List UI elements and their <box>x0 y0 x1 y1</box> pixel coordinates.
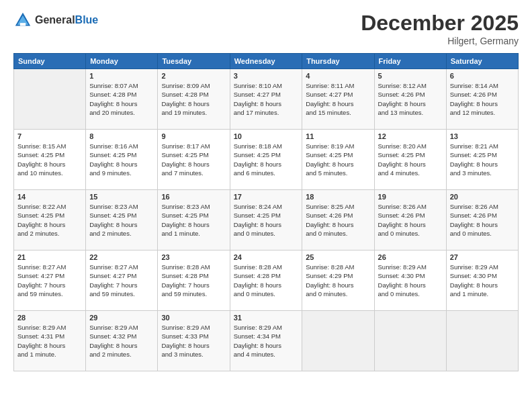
calendar: Sunday Monday Tuesday Wednesday Thursday… <box>13 53 519 371</box>
day-number: 9 <box>161 132 226 140</box>
day-info: Sunrise: 8:28 AM Sunset: 4:28 PM Dayligh… <box>234 263 299 298</box>
day-info: Sunrise: 8:27 AM Sunset: 4:27 PM Dayligh… <box>17 263 82 298</box>
table-row: 22Sunrise: 8:27 AM Sunset: 4:27 PM Dayli… <box>86 250 158 311</box>
day-info: Sunrise: 8:25 AM Sunset: 4:26 PM Dayligh… <box>306 202 370 238</box>
day-info: Sunrise: 8:20 AM Sunset: 4:25 PM Dayligh… <box>378 142 443 177</box>
table-row: 24Sunrise: 8:28 AM Sunset: 4:28 PM Dayli… <box>230 250 302 311</box>
day-info: Sunrise: 8:12 AM Sunset: 4:26 PM Dayligh… <box>378 81 443 117</box>
table-row: 13Sunrise: 8:21 AM Sunset: 4:25 PM Dayli… <box>446 130 518 190</box>
day-number: 21 <box>17 253 82 261</box>
day-number: 23 <box>161 253 226 261</box>
day-info: Sunrise: 8:09 AM Sunset: 4:28 PM Dayligh… <box>161 81 226 117</box>
day-info: Sunrise: 8:29 AM Sunset: 4:30 PM Dayligh… <box>378 263 443 298</box>
col-sunday: Sunday <box>14 54 86 69</box>
col-wednesday: Wednesday <box>230 54 302 69</box>
day-number: 25 <box>306 253 370 261</box>
col-tuesday: Tuesday <box>158 54 230 69</box>
table-row: 15Sunrise: 8:23 AM Sunset: 4:25 PM Dayli… <box>86 190 158 250</box>
day-info: Sunrise: 8:16 AM Sunset: 4:25 PM Dayligh… <box>89 142 154 177</box>
day-info: Sunrise: 8:29 AM Sunset: 4:31 PM Dayligh… <box>17 323 82 359</box>
day-info: Sunrise: 8:27 AM Sunset: 4:27 PM Dayligh… <box>89 263 154 298</box>
table-row: 12Sunrise: 8:20 AM Sunset: 4:25 PM Dayli… <box>374 130 446 190</box>
table-row: 16Sunrise: 8:23 AM Sunset: 4:25 PM Dayli… <box>158 190 230 250</box>
day-info: Sunrise: 8:22 AM Sunset: 4:25 PM Dayligh… <box>17 202 82 238</box>
day-info: Sunrise: 8:23 AM Sunset: 4:25 PM Dayligh… <box>89 202 154 238</box>
day-number: 4 <box>306 72 370 80</box>
table-row <box>14 69 86 130</box>
day-info: Sunrise: 8:15 AM Sunset: 4:25 PM Dayligh… <box>17 142 82 177</box>
day-number: 5 <box>378 72 443 80</box>
day-number: 22 <box>89 253 154 261</box>
table-row: 27Sunrise: 8:29 AM Sunset: 4:30 PM Dayli… <box>446 250 518 311</box>
table-row: 17Sunrise: 8:24 AM Sunset: 4:25 PM Dayli… <box>230 190 302 250</box>
table-row: 18Sunrise: 8:25 AM Sunset: 4:26 PM Dayli… <box>302 190 374 250</box>
table-row: 14Sunrise: 8:22 AM Sunset: 4:25 PM Dayli… <box>14 190 86 250</box>
table-row: 26Sunrise: 8:29 AM Sunset: 4:30 PM Dayli… <box>374 250 446 311</box>
day-number: 7 <box>17 132 82 140</box>
day-info: Sunrise: 8:29 AM Sunset: 4:34 PM Dayligh… <box>234 323 299 359</box>
table-row: 6Sunrise: 8:14 AM Sunset: 4:26 PM Daylig… <box>446 69 518 130</box>
table-row: 23Sunrise: 8:28 AM Sunset: 4:28 PM Dayli… <box>158 250 230 311</box>
day-number: 17 <box>234 193 299 201</box>
table-row: 28Sunrise: 8:29 AM Sunset: 4:31 PM Dayli… <box>14 311 86 371</box>
day-number: 24 <box>234 253 299 261</box>
day-number: 11 <box>306 132 370 140</box>
day-info: Sunrise: 8:18 AM Sunset: 4:25 PM Dayligh… <box>234 142 299 177</box>
day-number: 27 <box>450 253 515 261</box>
col-thursday: Thursday <box>302 54 374 69</box>
col-saturday: Saturday <box>446 54 518 69</box>
table-row: 8Sunrise: 8:16 AM Sunset: 4:25 PM Daylig… <box>86 130 158 190</box>
day-info: Sunrise: 8:29 AM Sunset: 4:32 PM Dayligh… <box>89 323 154 359</box>
day-info: Sunrise: 8:26 AM Sunset: 4:26 PM Dayligh… <box>378 202 443 238</box>
day-number: 31 <box>234 314 299 322</box>
header: GeneralBlue December 2025 Hilgert, Germa… <box>13 11 519 46</box>
day-info: Sunrise: 8:19 AM Sunset: 4:25 PM Dayligh… <box>306 142 370 177</box>
day-info: Sunrise: 8:21 AM Sunset: 4:25 PM Dayligh… <box>450 142 515 177</box>
col-friday: Friday <box>374 54 446 69</box>
day-number: 18 <box>306 193 370 201</box>
day-number: 3 <box>234 72 299 80</box>
day-info: Sunrise: 8:24 AM Sunset: 4:25 PM Dayligh… <box>234 202 299 238</box>
day-info: Sunrise: 8:23 AM Sunset: 4:25 PM Dayligh… <box>161 202 226 238</box>
table-row: 7Sunrise: 8:15 AM Sunset: 4:25 PM Daylig… <box>14 130 86 190</box>
day-number: 10 <box>234 132 299 140</box>
day-number: 8 <box>89 132 154 140</box>
table-row: 10Sunrise: 8:18 AM Sunset: 4:25 PM Dayli… <box>230 130 302 190</box>
day-number: 16 <box>161 193 226 201</box>
page: GeneralBlue December 2025 Hilgert, Germa… <box>0 0 532 411</box>
table-row <box>374 311 446 371</box>
day-info: Sunrise: 8:14 AM Sunset: 4:26 PM Dayligh… <box>450 81 515 117</box>
day-number: 26 <box>378 253 443 261</box>
logo-icon <box>13 11 32 30</box>
logo-general: General <box>35 14 75 26</box>
table-row: 4Sunrise: 8:11 AM Sunset: 4:27 PM Daylig… <box>302 69 374 130</box>
table-row <box>302 311 374 371</box>
table-row: 2Sunrise: 8:09 AM Sunset: 4:28 PM Daylig… <box>158 69 230 130</box>
table-row: 9Sunrise: 8:17 AM Sunset: 4:25 PM Daylig… <box>158 130 230 190</box>
location: Hilgert, Germany <box>361 36 519 46</box>
day-number: 2 <box>161 72 226 80</box>
day-info: Sunrise: 8:10 AM Sunset: 4:27 PM Dayligh… <box>234 81 299 117</box>
table-row: 11Sunrise: 8:19 AM Sunset: 4:25 PM Dayli… <box>302 130 374 190</box>
table-row: 20Sunrise: 8:26 AM Sunset: 4:26 PM Dayli… <box>446 190 518 250</box>
day-number: 14 <box>17 193 82 201</box>
day-info: Sunrise: 8:29 AM Sunset: 4:30 PM Dayligh… <box>450 263 515 298</box>
title-block: December 2025 Hilgert, Germany <box>361 11 519 46</box>
day-info: Sunrise: 8:28 AM Sunset: 4:28 PM Dayligh… <box>161 263 226 298</box>
table-row: 31Sunrise: 8:29 AM Sunset: 4:34 PM Dayli… <box>230 311 302 371</box>
svg-rect-2 <box>20 23 26 26</box>
day-info: Sunrise: 8:17 AM Sunset: 4:25 PM Dayligh… <box>161 142 226 177</box>
day-number: 19 <box>378 193 443 201</box>
day-number: 15 <box>89 193 154 201</box>
day-info: Sunrise: 8:28 AM Sunset: 4:29 PM Dayligh… <box>306 263 370 298</box>
table-row: 1Sunrise: 8:07 AM Sunset: 4:28 PM Daylig… <box>86 69 158 130</box>
month-title: December 2025 <box>361 11 519 36</box>
day-info: Sunrise: 8:29 AM Sunset: 4:33 PM Dayligh… <box>161 323 226 359</box>
table-row: 29Sunrise: 8:29 AM Sunset: 4:32 PM Dayli… <box>86 311 158 371</box>
day-info: Sunrise: 8:07 AM Sunset: 4:28 PM Dayligh… <box>89 81 154 117</box>
table-row <box>446 311 518 371</box>
day-number: 29 <box>89 314 154 322</box>
day-number: 12 <box>378 132 443 140</box>
table-row: 3Sunrise: 8:10 AM Sunset: 4:27 PM Daylig… <box>230 69 302 130</box>
logo: GeneralBlue <box>13 11 98 30</box>
